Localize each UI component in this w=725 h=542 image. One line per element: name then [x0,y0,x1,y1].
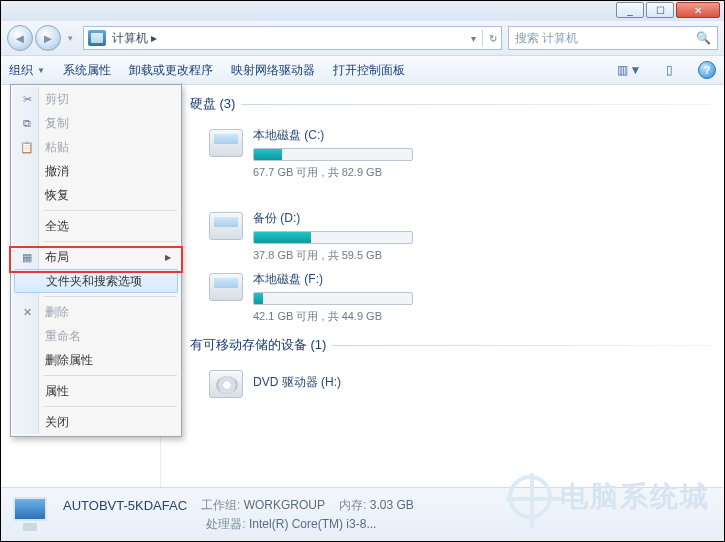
menu-folder-options[interactable]: 文件夹和搜索选项 [14,269,178,293]
drive-usage-bar [253,231,413,244]
drive-usage-bar [253,292,413,305]
minimize-button[interactable]: _ [616,2,644,18]
organize-menu: ✂ 剪切 ⧉ 复制 📋 粘贴 撤消 恢复 全选 ▦ 布局 文件夹和搜索选项 ✕ … [10,84,182,437]
removable-header[interactable]: ▲ 有可移动存储的设备 (1) [175,332,710,358]
navigation-bar: ◄ ► ▾ 计算机 ▸ ▾ ↻ 搜索 计算机 🔍 [1,21,724,55]
drive-f[interactable]: 本地磁盘 (F:) 42.1 GB 可用 , 共 44.9 GB [209,271,469,324]
drive-icon [209,212,243,240]
menu-cut: ✂ 剪切 [13,87,179,111]
drive-info: 42.1 GB 可用 , 共 44.9 GB [253,309,469,324]
drive-info: 37.8 GB 可用 , 共 59.5 GB [253,248,469,263]
system-properties-button[interactable]: 系统属性 [63,62,111,79]
computer-icon [88,30,106,46]
menu-delete: ✕ 删除 [13,300,179,324]
close-button[interactable]: ✕ [676,2,720,18]
memory-value: 3.03 GB [370,498,414,512]
drive-icon [209,129,243,157]
dvd-icon [209,370,243,398]
menu-redo[interactable]: 恢复 [13,183,179,207]
workgroup-label: 工作组: [201,498,240,512]
drive-info: 67.7 GB 可用 , 共 82.9 GB [253,165,469,180]
hard-drives-label: 硬盘 (3) [190,95,236,113]
menu-remove-properties[interactable]: 删除属性 [13,348,179,372]
address-bar[interactable]: 计算机 ▸ ▾ ↻ [83,26,502,50]
menu-copy: ⧉ 复制 [13,111,179,135]
back-button[interactable]: ◄ [7,25,33,51]
status-bar: AUTOBVT-5KDAFAC 工作组: WORKGROUP 内存: 3.03 … [1,487,724,541]
drive-name: 备份 (D:) [253,210,469,227]
refresh-icon[interactable]: ↻ [489,33,497,44]
paste-icon: 📋 [19,139,35,155]
organize-button[interactable]: 组织▼ [9,62,45,79]
command-toolbar: 组织▼ 系统属性 卸载或更改程序 映射网络驱动器 打开控制面板 ▥▼ ▯ ? [1,55,724,85]
uninstall-programs-button[interactable]: 卸载或更改程序 [129,62,213,79]
map-network-drive-button[interactable]: 映射网络驱动器 [231,62,315,79]
cpu-value: Intel(R) Core(TM) i3-8... [249,517,376,531]
search-icon: 🔍 [696,31,711,45]
hard-drives-row: 本地磁盘 (C:) 67.7 GB 可用 , 共 82.9 GB 备份 (D:)… [209,127,710,263]
preview-pane-button[interactable]: ▯ [658,60,680,80]
computer-name: AUTOBVT-5KDAFAC [63,498,187,513]
menu-undo[interactable]: 撤消 [13,159,179,183]
cpu-label: 处理器: [206,517,245,531]
open-control-panel-button[interactable]: 打开控制面板 [333,62,405,79]
delete-icon: ✕ [19,304,35,320]
copy-icon: ⧉ [19,115,35,131]
workgroup-value: WORKGROUP [244,498,325,512]
search-placeholder: 搜索 计算机 [515,30,578,47]
drive-name: 本地磁盘 (F:) [253,271,469,288]
hard-drives-header[interactable]: ▲ 硬盘 (3) [175,91,710,117]
nav-history-dropdown[interactable]: ▾ [63,29,77,47]
dvd-drive[interactable]: DVD 驱动器 (H:) [209,368,469,398]
search-box[interactable]: 搜索 计算机 🔍 [508,26,718,50]
nav-arrows: ◄ ► ▾ [7,25,77,51]
menu-properties[interactable]: 属性 [13,379,179,403]
forward-button[interactable]: ► [35,25,61,51]
title-bar: _ ☐ ✕ [1,1,724,21]
layout-icon: ▦ [19,249,35,265]
drive-d[interactable]: 备份 (D:) 37.8 GB 可用 , 共 59.5 GB [209,210,469,263]
help-button[interactable]: ? [698,61,716,79]
menu-rename: 重命名 [13,324,179,348]
drive-c[interactable]: 本地磁盘 (C:) 67.7 GB 可用 , 共 82.9 GB [209,127,469,180]
removable-row: DVD 驱动器 (H:) [209,368,710,398]
drive-usage-bar [253,148,413,161]
change-view-button[interactable]: ▥▼ [618,60,640,80]
menu-layout[interactable]: ▦ 布局 [13,245,179,269]
content-pane: ▲ 硬盘 (3) 本地磁盘 (C:) 67.7 GB 可用 , 共 82.9 G… [161,85,724,487]
menu-select-all[interactable]: 全选 [13,214,179,238]
computer-large-icon [11,495,53,535]
maximize-button[interactable]: ☐ [646,2,674,18]
memory-label: 内存: [339,498,366,512]
removable-label: 有可移动存储的设备 (1) [190,336,327,354]
status-details: AUTOBVT-5KDAFAC 工作组: WORKGROUP 内存: 3.03 … [63,497,414,533]
address-dropdown-icon[interactable]: ▾ [471,33,476,44]
window-controls: _ ☐ ✕ [616,2,720,18]
menu-close[interactable]: 关闭 [13,410,179,434]
drive-name: DVD 驱动器 (H:) [253,374,469,391]
view-icon: ▥ [617,63,628,77]
menu-paste: 📋 粘贴 [13,135,179,159]
cut-icon: ✂ [19,91,35,107]
address-text: 计算机 ▸ [112,30,465,47]
drive-icon [209,273,243,301]
drive-name: 本地磁盘 (C:) [253,127,469,144]
hard-drives-row-2: 本地磁盘 (F:) 42.1 GB 可用 , 共 44.9 GB [209,271,710,324]
